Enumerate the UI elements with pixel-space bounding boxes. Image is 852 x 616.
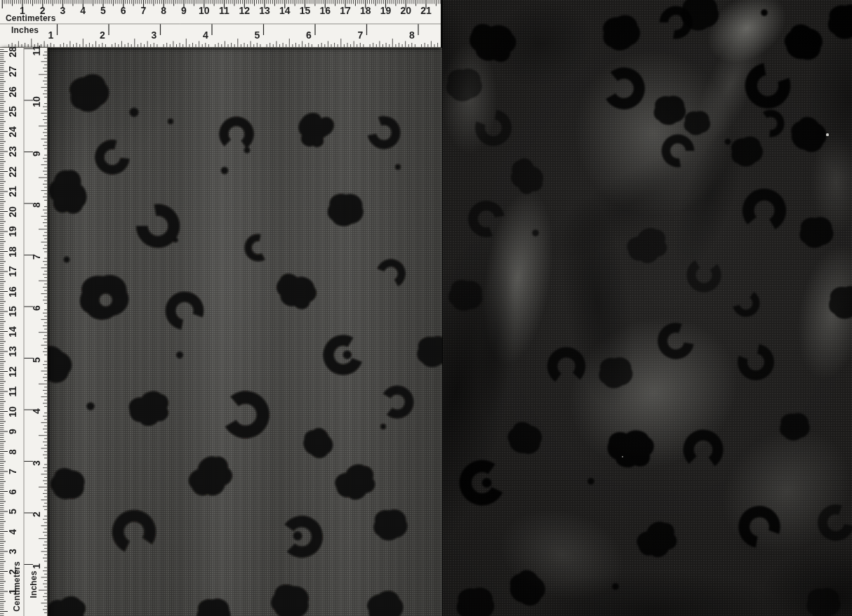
leopard-spot	[86, 402, 94, 410]
leopard-spot	[382, 383, 416, 420]
cm-number: 20	[8, 206, 18, 217]
inch-number: 6	[32, 305, 41, 311]
leopard-spot	[296, 111, 335, 149]
leopard-spot	[380, 424, 386, 429]
leopard-spot	[244, 147, 251, 154]
inches-label: Inches	[29, 570, 38, 598]
flat-fabric-panel	[48, 48, 442, 616]
inch-number: 1	[32, 563, 41, 569]
cm-number: 12	[239, 6, 250, 15]
leopard-spot	[48, 464, 89, 504]
leopard-spot	[127, 389, 172, 429]
cm-number: 6	[8, 489, 18, 495]
cm-number: 17	[8, 266, 18, 277]
leopard-spot	[284, 514, 325, 559]
fabric-swatch-photo: Centimeters Inches 123456789101112131415…	[0, 0, 852, 616]
inch-number: 3	[32, 460, 41, 466]
cm-number: 22	[8, 166, 18, 178]
cm-number: 1	[20, 6, 25, 15]
cm-number: 14	[8, 326, 18, 337]
leopard-spot	[221, 167, 228, 174]
cm-number: 15	[300, 6, 311, 15]
cm-number: 11	[219, 6, 229, 15]
cm-number: 3	[8, 549, 18, 554]
cm-number: 16	[319, 6, 331, 15]
cm-number: 14	[279, 6, 291, 15]
cm-number: 4	[80, 6, 86, 15]
inch-number: 2	[32, 511, 41, 517]
cm-number: 2	[40, 6, 46, 15]
vertical-ruler: Centimeters Inches 282726252423222120191…	[0, 48, 48, 616]
inches-label: Inches	[11, 26, 39, 34]
cm-number: 8	[8, 449, 18, 455]
tick-marks	[0, 50, 4, 616]
cm-number: 10	[199, 6, 210, 15]
cm-number: 5	[8, 509, 18, 514]
cm-number: 23	[8, 146, 18, 157]
cm-number: 12	[8, 366, 18, 377]
horizontal-ruler: Centimeters Inches 123456789101112131415…	[0, 0, 441, 48]
cm-number: 21	[8, 186, 18, 197]
leopard-spot	[317, 331, 364, 381]
cm-number: 16	[8, 286, 18, 297]
centimeters-label: Centimeters	[6, 14, 56, 22]
cm-number: 7	[141, 6, 147, 15]
leopard-spot	[107, 505, 160, 554]
inch-number: 5	[255, 30, 260, 40]
lighting-vignette	[443, 0, 852, 616]
inch-number: 11	[32, 45, 41, 55]
leopard-spot	[240, 232, 271, 266]
cm-number: 15	[8, 306, 18, 317]
leopard-spot	[417, 336, 442, 367]
leopard-spots	[48, 71, 442, 616]
inch-number: 7	[358, 30, 364, 40]
inch-number: 9	[32, 151, 41, 156]
cm-number: 19	[8, 226, 18, 237]
cm-number: 7	[8, 469, 18, 474]
inch-number: 1	[48, 30, 54, 40]
cm-number: 13	[259, 6, 270, 15]
cm-number: 21	[420, 6, 432, 15]
leopard-spot	[182, 449, 239, 504]
leopard-spot	[298, 424, 337, 464]
cm-number: 17	[340, 6, 351, 15]
draped-fabric-panel	[442, 0, 852, 616]
cm-number: 18	[8, 246, 18, 257]
inch-number: 8	[409, 30, 415, 40]
leopard-spot	[64, 257, 70, 263]
cm-number: 24	[8, 126, 18, 138]
leopard-spot	[395, 164, 401, 170]
tick-marks	[9, 39, 438, 48]
leopard-spot	[270, 267, 321, 316]
leopard-spot	[176, 351, 183, 359]
inch-number: 7	[32, 254, 41, 260]
tick-marks	[4, 0, 440, 4]
cm-number: 3	[60, 6, 66, 15]
leopard-spot	[173, 237, 178, 242]
cm-number: 27	[8, 66, 18, 77]
leopard-spots-layer	[48, 48, 442, 616]
leopard-spot	[373, 509, 407, 540]
cm-number: 20	[400, 6, 411, 15]
cm-number: 6	[121, 6, 126, 15]
cm-number: 1	[8, 589, 18, 594]
leopard-spot	[365, 112, 406, 155]
leopard-spot	[268, 581, 313, 616]
leopard-spot	[48, 340, 78, 391]
leopard-spot	[48, 168, 88, 215]
leopard-spot	[80, 275, 128, 320]
cm-number: 19	[380, 6, 392, 15]
cm-number: 26	[8, 86, 18, 98]
inch-number: 8	[32, 202, 41, 208]
tick-marks	[39, 52, 48, 612]
leopard-spot	[331, 460, 380, 505]
leopard-spot	[48, 596, 86, 616]
leopard-spot	[218, 115, 255, 149]
leopard-spot	[197, 598, 230, 616]
cm-number: 10	[8, 406, 18, 417]
leopard-spot	[130, 108, 139, 117]
inch-number: 10	[32, 96, 41, 107]
leopard-spot	[363, 587, 408, 616]
inch-number: 4	[203, 30, 208, 40]
leopard-spot	[65, 71, 112, 116]
